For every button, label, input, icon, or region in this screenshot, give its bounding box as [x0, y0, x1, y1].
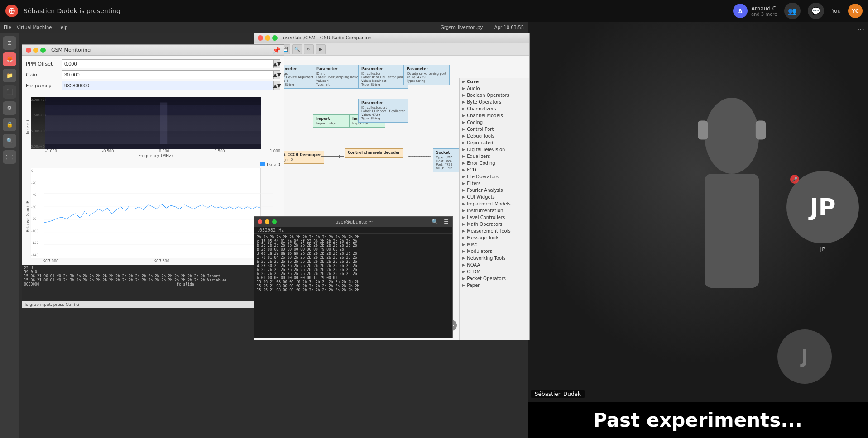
- grc-search-btn[interactable]: 🔍: [292, 44, 302, 54]
- grc-maximize-button[interactable]: [272, 35, 278, 41]
- cat-noaa[interactable]: ▶ NOAA: [460, 262, 529, 268]
- term-line-1: c 17 05 f4 01 da 9f cf 23 36 2b 2b 2b 2b…: [257, 239, 450, 243]
- you-avatar: YC: [848, 4, 863, 18]
- arnaud-name-text: Arnaud C: [751, 5, 777, 12]
- cat-control-port[interactable]: ▶ Control Port: [460, 126, 529, 133]
- ppm-input[interactable]: [62, 59, 274, 68]
- settings-icon[interactable]: ⚙: [3, 101, 16, 115]
- grc-block-param4[interactable]: Parameter ID: udp serv...tening port Val…: [403, 65, 450, 85]
- arnaud-info: A Arnaud C and 3 more: [733, 4, 777, 18]
- cat-boolean-triangle: ▶: [462, 93, 465, 97]
- cat-boolean[interactable]: ▶ Boolean Operators: [460, 92, 529, 99]
- arnaud-avatar: A: [733, 4, 748, 18]
- fft-plot: 0 -20 -40 -60 -80 -100 -120 -140: [31, 168, 261, 258]
- cat-modulators[interactable]: ▶ Modulators: [460, 248, 529, 255]
- files-icon[interactable]: 📁: [3, 69, 16, 82]
- frequency-input[interactable]: [62, 81, 274, 90]
- cat-deprecated[interactable]: ▶ Deprecated: [460, 139, 529, 146]
- gsm-maximize-button[interactable]: [40, 48, 46, 53]
- cat-misc-triangle: ▶: [462, 243, 465, 247]
- fft-y-3: -60: [31, 205, 44, 209]
- gsm-close-button[interactable]: [26, 48, 31, 53]
- cat-fourier[interactable]: ▶ Fourier Analysis: [460, 187, 529, 194]
- cat-misc[interactable]: ▶ Misc: [460, 241, 529, 248]
- terminal-menu-icon[interactable]: ☰: [444, 219, 449, 225]
- cat-control-port-triangle: ▶: [462, 127, 465, 131]
- cat-impairment[interactable]: ▶ Impairment Models: [460, 200, 529, 207]
- svg-rect-3: [45, 97, 261, 105]
- ppm-spinner[interactable]: ▲▼: [274, 59, 280, 68]
- file-menu[interactable]: File: [4, 25, 11, 30]
- cat-filters-triangle: ▶: [462, 181, 465, 186]
- firefox-icon[interactable]: 🦊: [3, 52, 16, 66]
- cat-ofdm[interactable]: ▶ OFDM: [460, 268, 529, 275]
- screen-share-area: File Virtual Machine Help Grgsm_livemon.…: [0, 22, 528, 438]
- term-line-8: b 2b 2b 2b 2b 2b 2b 2b 2b 2b 2b 2b 2b 2b…: [257, 268, 450, 272]
- linux-taskbar: ⊞ 🦊 📁 ⬛ ⚙ 🔒 🔍 ⋮⋮: [0, 33, 19, 438]
- cat-equalizers[interactable]: ▶ Equalizers: [460, 153, 529, 160]
- terminal-icon[interactable]: ⬛: [3, 85, 16, 99]
- y-label-1: 1.50e+01: [31, 114, 45, 117]
- cat-filters[interactable]: ▶ Filters: [460, 180, 529, 187]
- cat-channelizers[interactable]: ▶ Channelizers: [460, 105, 529, 112]
- video-options-button[interactable]: ⋯: [857, 25, 864, 34]
- cat-measurement[interactable]: ▶ Measurement Tools: [460, 228, 529, 234]
- vm-menu[interactable]: Virtual Machine: [17, 25, 52, 30]
- help-menu[interactable]: Help: [57, 25, 67, 30]
- chat-button[interactable]: 💬: [808, 3, 824, 19]
- gain-input[interactable]: [62, 70, 274, 79]
- gsm-pin-icon[interactable]: 📌: [273, 47, 280, 54]
- grc-block-param5[interactable]: Parameter ID: collectorport Label: UDP p…: [358, 99, 408, 123]
- terminal-search-icon[interactable]: 🔍: [432, 219, 438, 225]
- you-label: You: [831, 8, 841, 14]
- cat-channel-models[interactable]: ▶ Channel Models: [460, 112, 529, 119]
- fft-y-axis: 0 -20 -40 -60 -80 -100 -120 -140: [31, 168, 44, 258]
- terminal-output: 2b 2b 2b 2b 2b 2b 2b 2b 2b 2b 2b 2b 2b 2…: [254, 234, 452, 335]
- cat-networking[interactable]: ▶ Networking Tools: [460, 255, 529, 262]
- cat-math[interactable]: ▶ Math Operators: [460, 221, 529, 228]
- grc-run-btn[interactable]: ▶: [316, 44, 326, 54]
- grc-block-param3[interactable]: Parameter ID: collector Label: IP or DN.…: [358, 65, 408, 89]
- cat-instrumentation[interactable]: ▶ Instrumentation: [460, 207, 529, 214]
- cat-packet[interactable]: ▶ Packet Operators: [460, 275, 529, 282]
- cat-fcd[interactable]: ▶ FCD: [460, 167, 529, 173]
- gsm-monitoring-window: GSM Monitoring 📌 PPM Offset ▲▼ Gain ▲▼ F…: [22, 44, 284, 308]
- cat-file-operators[interactable]: ▶ File Operators: [460, 173, 529, 180]
- cat-byte[interactable]: ▶ Byte Operators: [460, 99, 529, 105]
- cat-error-coding[interactable]: ▶ Error Coding: [460, 160, 529, 167]
- grc-block-import1[interactable]: Import Import: wfcn: [313, 114, 349, 128]
- frequency-spinner[interactable]: ▲▼: [274, 81, 280, 90]
- grc-block-param2[interactable]: Parameter ID: nc Label: OverSampling Rat…: [313, 65, 361, 89]
- cat-core[interactable]: ▶ Core: [460, 78, 529, 85]
- svg-rect-7: [45, 144, 261, 150]
- terminal-close-btn[interactable]: [258, 219, 262, 224]
- cat-file-operators-triangle: ▶: [462, 175, 465, 179]
- grc-minimize-button[interactable]: [265, 35, 270, 41]
- subtitle-text: Past experiments...: [593, 409, 802, 431]
- lock-icon[interactable]: 🔒: [3, 118, 16, 131]
- cat-noaa-triangle: ▶: [462, 263, 465, 267]
- cat-gui-widgets[interactable]: ▶ GUI Widgets: [460, 194, 529, 200]
- search-icon[interactable]: 🔍: [3, 134, 16, 148]
- activities-icon[interactable]: ⊞: [3, 36, 16, 50]
- terminal-minimize-btn[interactable]: [265, 219, 269, 224]
- cat-paper[interactable]: ▶ Paper: [460, 282, 529, 289]
- apps-icon[interactable]: ⋮⋮: [3, 150, 16, 164]
- terminal-maximize-btn[interactable]: [272, 219, 277, 224]
- subtitle-bar: Past experiments...: [528, 402, 868, 438]
- gsm-minimize-button[interactable]: [33, 48, 38, 53]
- gsm-status-bar: To grab input, press Ctrl+G: [22, 301, 284, 308]
- frequency-row: Frequency ▲▼: [26, 81, 280, 90]
- participants-button[interactable]: 👥: [784, 3, 801, 19]
- grc-close-button[interactable]: [258, 35, 263, 41]
- cat-audio-triangle: ▶: [462, 86, 465, 90]
- cat-digital-tv[interactable]: ▶ Digital Television: [460, 146, 529, 153]
- gain-spinner[interactable]: ▲▼: [274, 70, 280, 79]
- cat-level[interactable]: ▶ Level Controllers: [460, 214, 529, 221]
- grc-block-ctrl[interactable]: Control channels decoder: [345, 148, 403, 158]
- cat-debug[interactable]: ▶ Debug Tools: [460, 133, 529, 139]
- cat-message[interactable]: ▶ Message Tools: [460, 234, 529, 241]
- cat-audio[interactable]: ▶ Audio: [460, 85, 529, 92]
- cat-coding[interactable]: ▶ Coding: [460, 119, 529, 126]
- grc-refresh-btn[interactable]: ↻: [304, 44, 314, 54]
